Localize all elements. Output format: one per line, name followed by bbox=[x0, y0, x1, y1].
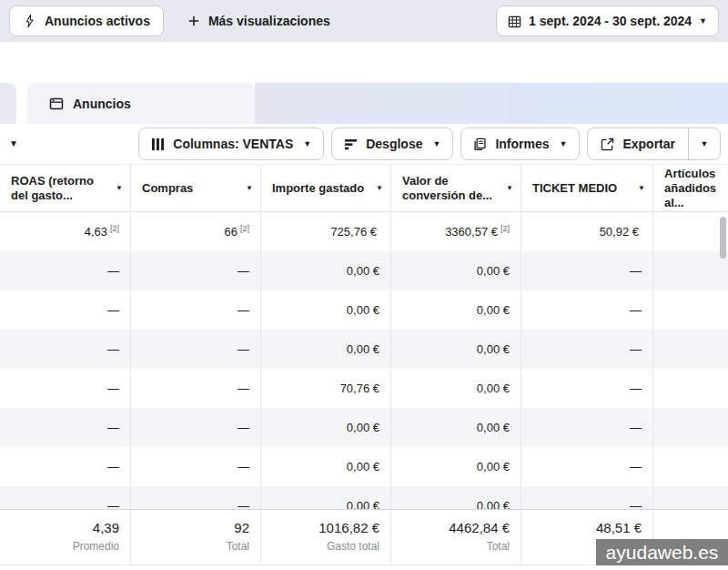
tab-anuncios[interactable]: Anuncios bbox=[27, 83, 255, 124]
table-cell: — bbox=[521, 408, 653, 447]
table-cell bbox=[653, 369, 728, 408]
table-cell: 0,00 € bbox=[261, 330, 391, 369]
table-cell: 725,76 € bbox=[261, 212, 391, 251]
summary-cell-compras: 92Total bbox=[131, 510, 261, 565]
reports-button-label: Informes bbox=[495, 137, 549, 151]
table-cell: — bbox=[521, 251, 653, 290]
date-range-label: 1 sept. 2024 - 30 sept. 2024 bbox=[529, 14, 692, 28]
table-cell: 0,00 € bbox=[391, 369, 521, 408]
toolbar-buttons: Columnas: VENTAS ▼ Desglose ▼ Informes ▼ bbox=[138, 127, 721, 160]
export-split-button: Exportar ▼ bbox=[587, 127, 721, 160]
active-ads-filter-button[interactable]: Anuncios activos bbox=[9, 5, 164, 36]
top-filter-bar: Anuncios activos Más visualizaciones 1 s… bbox=[0, 0, 728, 42]
sort-caret-icon: ▼ bbox=[372, 185, 383, 192]
sort-caret-icon: ▼ bbox=[112, 185, 123, 192]
summary-cell-valor: 4462,84 €Total bbox=[391, 510, 521, 565]
chevron-down-icon: ▼ bbox=[560, 140, 568, 148]
export-options-caret[interactable]: ▼ bbox=[689, 128, 720, 159]
export-button[interactable]: Exportar bbox=[588, 128, 688, 159]
window-icon bbox=[49, 97, 64, 111]
table-cell: — bbox=[131, 251, 261, 290]
export-button-label: Exportar bbox=[622, 137, 675, 151]
table-cell bbox=[653, 251, 728, 290]
column-header-valor-conversion[interactable]: Valor de conversión de...▼ bbox=[391, 165, 521, 211]
more-views-button[interactable]: Más visualizaciones bbox=[187, 14, 330, 28]
column-header-importe-gastado[interactable]: Importe gastado▼ bbox=[261, 165, 391, 211]
summary-cell-importe: 1016,82 €Gasto total bbox=[261, 510, 391, 565]
table-cell: 0,00 € bbox=[391, 330, 521, 369]
ads-manager-screen: Anuncios activos Más visualizaciones 1 s… bbox=[0, 0, 728, 570]
columns-button-label: Columnas: VENTAS bbox=[173, 137, 293, 151]
table-cell bbox=[653, 290, 728, 330]
table-cell: — bbox=[521, 369, 653, 408]
breakdown-icon bbox=[344, 137, 358, 151]
table-cell: — bbox=[131, 447, 261, 486]
table-cell: 0,00 € bbox=[391, 251, 521, 290]
table-cell: — bbox=[131, 330, 261, 369]
table-cell: 3360,57 €[2] bbox=[391, 212, 521, 251]
table-cell: 50,92 € bbox=[521, 212, 653, 251]
vertical-scrollbar-thumb[interactable] bbox=[720, 217, 726, 259]
column-header-ticket-medio[interactable]: TICKET MEDIO▼ bbox=[521, 165, 653, 211]
table-cell: 0,00 € bbox=[391, 486, 521, 509]
table-row: — — 0,00 € 0,00 € — bbox=[0, 290, 728, 330]
table-row: — — 70,76 € 0,00 € — bbox=[0, 369, 728, 408]
table-cell bbox=[653, 212, 728, 251]
chevron-down-icon: ▼ bbox=[432, 140, 440, 148]
table-cell: — bbox=[131, 486, 261, 509]
date-range-picker[interactable]: 1 sept. 2024 - 30 sept. 2024 ▼ bbox=[496, 5, 719, 36]
calendar-icon bbox=[508, 15, 521, 28]
table-body: 4,63[2] 66[2] 725,76 € 3360,57 €[2] 50,9… bbox=[0, 212, 728, 509]
columns-icon bbox=[151, 137, 165, 151]
chevron-down-icon: ▼ bbox=[699, 17, 707, 25]
reports-button[interactable]: Informes ▼ bbox=[460, 127, 580, 160]
table-cell bbox=[653, 330, 728, 369]
active-ads-filter-label: Anuncios activos bbox=[45, 14, 150, 28]
table-cell: 0,00 € bbox=[261, 447, 391, 486]
chevron-down-icon: ▼ bbox=[701, 140, 709, 148]
table-cell: 0,00 € bbox=[391, 290, 521, 330]
table-cell: 66[2] bbox=[131, 212, 261, 251]
table-cell: 0,00 € bbox=[261, 251, 391, 290]
sort-caret-icon: ▼ bbox=[634, 185, 645, 192]
plus-icon bbox=[187, 15, 200, 27]
reports-icon bbox=[473, 137, 487, 151]
table-cell: — bbox=[0, 251, 131, 290]
table-cell: — bbox=[521, 486, 653, 509]
table-cell: 0,00 € bbox=[391, 447, 521, 486]
table-cell bbox=[653, 486, 728, 509]
table-cell: 0,00 € bbox=[391, 408, 521, 447]
table-cell: 70,76 € bbox=[261, 369, 391, 408]
table-row: — — 0,00 € 0,00 € — bbox=[0, 251, 728, 290]
table-cell: — bbox=[0, 369, 131, 408]
table-cell bbox=[653, 408, 728, 447]
column-header-compras[interactable]: Compras▼ bbox=[131, 165, 261, 211]
table-cell: 0,00 € bbox=[261, 486, 391, 509]
table-cell: 0,00 € bbox=[261, 290, 391, 330]
table-row: 4,63[2] 66[2] 725,76 € 3360,57 €[2] 50,9… bbox=[0, 212, 728, 251]
table-row: — — 0,00 € 0,00 € — bbox=[0, 408, 728, 447]
column-header-articulos[interactable]: Artículos añadidos al...▼ bbox=[653, 165, 728, 211]
table-cell bbox=[653, 447, 728, 486]
columns-button[interactable]: Columnas: VENTAS ▼ bbox=[138, 127, 324, 160]
column-header-roas[interactable]: ROAS (retorno del gasto...▼ bbox=[0, 165, 131, 211]
export-icon bbox=[601, 137, 614, 151]
table-cell: — bbox=[0, 290, 131, 330]
tab-anuncios-label: Anuncios bbox=[73, 97, 131, 111]
chevron-down-icon: ▼ bbox=[303, 140, 311, 148]
table-cell: — bbox=[0, 408, 131, 447]
left-dropdown-caret-icon[interactable]: ▼ bbox=[7, 137, 20, 150]
tab-strip-background bbox=[255, 83, 728, 124]
tab-partial-left[interactable] bbox=[0, 83, 16, 124]
breakdown-button[interactable]: Desglose ▼ bbox=[331, 127, 453, 160]
table-toolbar: ▼ Columnas: VENTAS ▼ Desglose ▼ I bbox=[0, 124, 728, 164]
bolt-icon bbox=[23, 14, 37, 28]
table-cell: — bbox=[0, 486, 131, 509]
sort-caret-icon: ▼ bbox=[242, 185, 253, 192]
breakdown-button-label: Desglose bbox=[366, 137, 422, 151]
more-views-label: Más visualizaciones bbox=[208, 14, 330, 28]
table-cell: 0,00 € bbox=[261, 408, 391, 447]
table-cell: — bbox=[131, 369, 261, 408]
content-spacer bbox=[0, 42, 728, 83]
table-cell: — bbox=[521, 447, 653, 486]
